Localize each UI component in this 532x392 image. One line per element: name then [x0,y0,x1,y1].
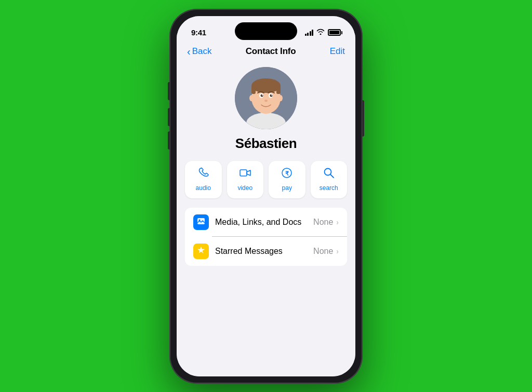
search-label: search [320,184,338,192]
svg-point-12 [271,94,272,96]
media-links-docs-label: Media, Links, and Docs [215,218,313,227]
avatar [235,67,297,129]
phone-frame: 9:41 [170,9,362,383]
status-bar: 9:41 [177,16,355,42]
star-icon [197,246,205,256]
media-links-docs-value: None [313,218,333,227]
pay-button[interactable]: ₹ pay [269,161,305,198]
signal-icon [305,30,314,36]
svg-line-20 [330,174,334,178]
list-section: Media, Links, and Docs None › Starred Me… [185,208,347,266]
phone-icon [197,167,209,182]
svg-rect-16 [240,170,247,176]
audio-label: audio [196,184,211,192]
starred-icon-wrap [193,244,209,259]
media-icon-wrap [193,214,209,230]
chevron-right-icon: › [336,218,339,226]
starred-messages-label: Starred Messages [215,247,313,256]
svg-point-11 [262,94,263,96]
svg-rect-6 [276,86,281,94]
photo-icon [197,217,205,227]
avatar-container [235,67,297,129]
action-row: audio video ₹ [185,161,347,198]
rupee-icon: ₹ [281,167,292,182]
status-icons [305,29,341,36]
media-links-docs-item[interactable]: Media, Links, and Docs None › [185,208,347,237]
svg-rect-5 [251,86,256,94]
back-button[interactable]: ‹ Back [187,46,211,57]
svg-point-15 [278,95,283,101]
video-icon [240,167,251,182]
edit-button[interactable]: Edit [330,46,345,57]
search-icon [323,167,335,182]
status-time: 9:41 [191,28,206,37]
svg-point-14 [249,95,254,101]
starred-messages-value: None [313,247,333,256]
audio-button[interactable]: audio [185,161,222,198]
chevron-right-icon-2: › [336,247,339,255]
dynamic-island [235,22,297,40]
content-area: Sébastien audio [177,62,355,376]
nav-title: Contact Info [246,46,296,57]
back-label: Back [192,46,212,57]
video-button[interactable]: video [227,161,264,198]
starred-messages-item[interactable]: Starred Messages None › [185,237,347,266]
svg-point-13 [264,100,268,102]
svg-point-4 [251,78,281,93]
svg-point-9 [261,94,263,97]
nav-bar: ‹ Back Contact Info Edit [177,42,355,62]
search-button[interactable]: search [311,161,348,198]
battery-icon [328,29,341,36]
svg-text:₹: ₹ [285,170,289,177]
svg-point-10 [270,94,273,97]
chevron-left-icon: ‹ [187,46,191,57]
contact-name: Sébastien [235,136,297,152]
phone-screen: 9:41 [177,16,355,376]
video-label: video [237,184,252,192]
pay-label: pay [282,184,292,192]
wifi-icon [316,29,325,36]
